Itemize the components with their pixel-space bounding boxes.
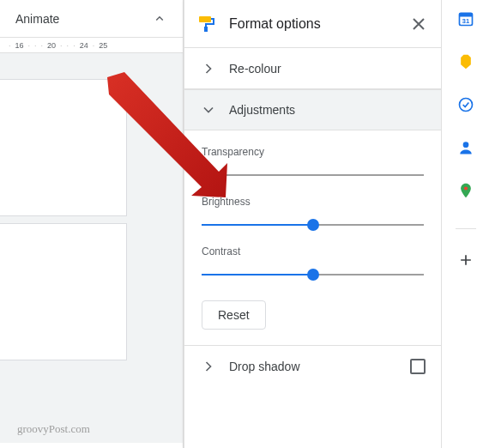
watermark: groovyPost.com: [17, 422, 90, 436]
svg-point-6: [462, 142, 468, 148]
svg-point-5: [459, 99, 472, 112]
left-pane: Animate ·16···20···24·25 groovyPost.com: [0, 0, 184, 448]
canvas-area: groovyPost.com: [0, 53, 183, 443]
panel-header: Format options: [184, 0, 441, 48]
tasks-icon[interactable]: [457, 96, 474, 113]
rail-separator: [456, 228, 476, 229]
chevron-up-icon: [152, 11, 167, 27]
calendar-icon[interactable]: 31: [457, 10, 474, 27]
format-options-panel: Format options Re-colour Adjustments Tra…: [184, 0, 441, 448]
animate-toggle[interactable]: Animate: [0, 0, 183, 38]
transparency-label: Transparency: [202, 146, 424, 158]
ruler: ·16···20···24·25: [0, 38, 183, 53]
svg-rect-3: [459, 13, 472, 16]
svg-rect-0: [199, 16, 211, 22]
panel-title: Format options: [229, 16, 408, 32]
animate-label: Animate: [15, 12, 59, 26]
contrast-block: Contrast: [202, 245, 424, 283]
slide-thumbnail[interactable]: [0, 79, 127, 216]
chevron-down-icon: [200, 101, 217, 118]
adjustments-section-header[interactable]: Adjustments: [184, 89, 441, 130]
svg-text:31: 31: [462, 17, 468, 25]
contrast-label: Contrast: [202, 245, 424, 257]
recolour-section[interactable]: Re-colour: [184, 48, 441, 89]
contrast-slider[interactable]: [202, 266, 424, 283]
brightness-block: Brightness: [202, 196, 424, 233]
svg-point-7: [463, 186, 467, 190]
recolour-label: Re-colour: [229, 62, 281, 76]
drop-shadow-checkbox[interactable]: [410, 359, 426, 374]
maps-icon[interactable]: [457, 182, 474, 199]
chevron-right-icon: [200, 358, 217, 375]
adjustments-label: Adjustments: [229, 103, 295, 117]
paint-roller-icon: [196, 14, 217, 34]
reset-label: Reset: [218, 308, 250, 322]
keep-icon[interactable]: [457, 53, 474, 70]
contacts-icon[interactable]: [457, 139, 474, 156]
transparency-block: Transparency: [202, 146, 424, 184]
brightness-slider[interactable]: [202, 216, 424, 233]
drop-shadow-section[interactable]: Drop shadow: [184, 345, 441, 386]
side-panel-rail: 31: [441, 0, 489, 448]
add-icon[interactable]: [457, 251, 474, 269]
brightness-label: Brightness: [202, 196, 424, 208]
chevron-right-icon: [200, 60, 217, 77]
drop-shadow-label: Drop shadow: [229, 360, 300, 373]
svg-rect-1: [204, 27, 208, 32]
reset-button[interactable]: Reset: [202, 300, 266, 330]
close-icon[interactable]: [408, 14, 429, 34]
slide-thumbnail[interactable]: [0, 223, 127, 360]
adjustments-body: Transparency Brightness Contrast Reset: [184, 130, 441, 345]
transparency-slider[interactable]: [202, 166, 424, 184]
